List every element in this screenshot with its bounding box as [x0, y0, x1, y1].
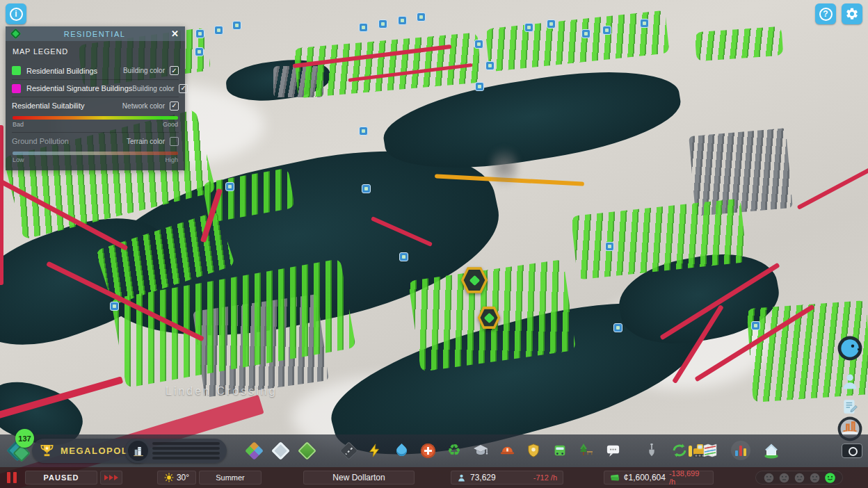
- areas-button[interactable]: [270, 440, 291, 461]
- terraforming-button[interactable]: [641, 440, 662, 461]
- water-drop-icon: [394, 443, 408, 457]
- happiness-display[interactable]: [755, 471, 843, 485]
- scale-min-label: Bad: [13, 121, 24, 128]
- season-display[interactable]: Summer: [199, 471, 262, 485]
- journal-icon: [841, 398, 859, 416]
- city-name-display[interactable]: New Dollarton: [303, 471, 415, 485]
- legend-section-title: MAP LEGEND: [13, 47, 179, 56]
- map-marker[interactable]: [485, 61, 495, 70]
- citizens-button[interactable]: [837, 368, 863, 395]
- person-icon: [840, 372, 860, 391]
- fire-rescue-button[interactable]: [497, 440, 517, 461]
- map-marker[interactable]: [640, 19, 649, 28]
- info-views-button[interactable]: [700, 440, 721, 461]
- police-button[interactable]: [523, 440, 544, 461]
- chat-bubbles-icon: [605, 443, 621, 459]
- help-button[interactable]: ?: [815, 3, 836, 24]
- landscaping-icon: [298, 441, 316, 460]
- map-marker[interactable]: [605, 242, 614, 251]
- chirper-button[interactable]: [837, 335, 863, 361]
- legend-row-residential-buildings: Residential Buildings Building color ✓: [12, 62, 179, 79]
- pollution-scale: Low High: [13, 156, 178, 163]
- garbage-button[interactable]: ♻: [444, 440, 465, 461]
- electricity-button[interactable]: [364, 440, 385, 461]
- road-overlay: [0, 125, 3, 285]
- transportation-button[interactable]: [549, 440, 570, 461]
- map-marker[interactable]: [581, 29, 590, 38]
- checkbox[interactable]: ✓: [170, 66, 179, 75]
- communications-button[interactable]: [602, 440, 623, 461]
- zones-button[interactable]: [243, 440, 264, 461]
- scale-max-label: High: [165, 156, 178, 163]
- population-icon: [457, 473, 466, 482]
- photo-mode-button[interactable]: [842, 440, 862, 461]
- map-marker[interactable]: [602, 26, 611, 35]
- progression-button[interactable]: [761, 440, 782, 461]
- map-marker[interactable]: [751, 321, 760, 330]
- water-sewage-button[interactable]: [391, 440, 412, 461]
- population-rate: -712 /h: [533, 473, 557, 482]
- happiness-face-icon: [778, 472, 790, 484]
- map-marker[interactable]: [225, 182, 234, 191]
- legend-row-signature-buildings: Residential Signature Buildings Building…: [12, 79, 179, 97]
- map-marker[interactable]: [195, 47, 204, 56]
- xp-milestone-widget[interactable]: 137: [6, 428, 42, 465]
- suitability-gradient: [13, 116, 178, 120]
- map-marker[interactable]: [474, 40, 483, 49]
- map-marker[interactable]: [398, 16, 407, 25]
- money-display[interactable]: ¢1,600,604 -138,699 /h: [604, 471, 714, 485]
- demand-bars: [152, 442, 220, 459]
- legend-header[interactable]: RESIDENTIAL ✕: [6, 26, 185, 41]
- map-marker[interactable]: [214, 26, 223, 35]
- pause-icon: [7, 472, 10, 483]
- temperature-display[interactable]: 30°: [157, 471, 196, 485]
- demand-bar-commercial: [152, 447, 220, 450]
- roads-button[interactable]: [338, 440, 359, 461]
- legend-row-kind: Building color: [123, 67, 165, 74]
- sim-speed-button[interactable]: [100, 471, 122, 485]
- pause-icon: [13, 472, 17, 483]
- map-marker[interactable]: [362, 184, 371, 193]
- map-marker[interactable]: [475, 82, 484, 91]
- zone-upgrade-badge[interactable]: [477, 306, 501, 330]
- checkbox[interactable]: [170, 137, 179, 146]
- population-display[interactable]: 73,629 -712 /h: [451, 471, 563, 485]
- landscaping-button[interactable]: [296, 440, 317, 461]
- info-button[interactable]: i: [6, 3, 26, 24]
- zone-upgrade-badge[interactable]: [460, 266, 488, 294]
- road-overlay: [797, 167, 868, 210]
- map-marker[interactable]: [613, 323, 622, 332]
- map-marker[interactable]: [547, 19, 556, 29]
- help-icon: ?: [819, 8, 833, 21]
- healthcare-button[interactable]: [417, 440, 438, 461]
- camera-icon: [842, 444, 862, 458]
- map-marker[interactable]: [232, 21, 241, 30]
- map-marker[interactable]: [359, 23, 368, 32]
- checkbox[interactable]: ✓: [179, 84, 188, 93]
- legend-row-kind: Building color: [132, 85, 174, 92]
- sim-state-display[interactable]: PAUSED: [25, 471, 97, 485]
- education-button[interactable]: [470, 440, 491, 461]
- map-marker[interactable]: [110, 302, 119, 311]
- settings-button[interactable]: [842, 3, 862, 24]
- map-marker[interactable]: [417, 13, 426, 22]
- game-screen: Linden Crossing i ? RESIDENTIAL ✕ MAP LE…: [0, 0, 868, 488]
- legend-body: MAP LEGEND Residential Buildings Buildin…: [6, 41, 185, 170]
- map-marker[interactable]: [359, 127, 368, 136]
- close-icon[interactable]: ✕: [170, 29, 180, 39]
- map-marker[interactable]: [195, 29, 204, 38]
- demand-pill[interactable]: [125, 439, 227, 463]
- buildings-icon: [128, 441, 148, 461]
- statistics-button[interactable]: [730, 440, 751, 461]
- pause-button[interactable]: [7, 472, 19, 483]
- map-marker[interactable]: [378, 19, 387, 29]
- happiness-face-icon: [794, 472, 805, 484]
- map-marker[interactable]: [399, 252, 408, 261]
- map-marker[interactable]: [524, 23, 533, 32]
- play-speed-icon: [104, 475, 108, 480]
- legend-row-label: Ground Pollution: [12, 137, 127, 145]
- checkbox[interactable]: ✓: [170, 101, 179, 111]
- parks-recreation-button[interactable]: [576, 440, 597, 461]
- economy-button[interactable]: [669, 440, 690, 461]
- sun-icon: [164, 473, 174, 482]
